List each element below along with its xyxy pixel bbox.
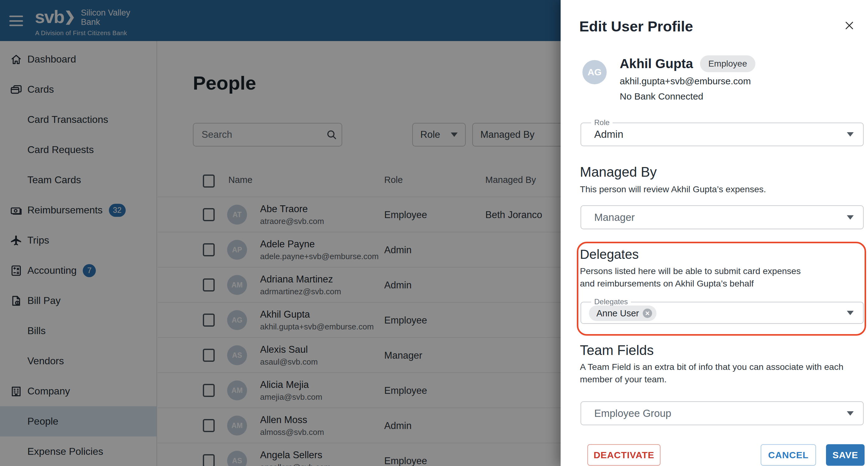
chevron-down-icon <box>847 411 854 415</box>
deactivate-button[interactable]: DEACTIVATE <box>587 444 660 466</box>
user-name: Akhil Gupta <box>620 56 693 71</box>
team-fields-heading: Team Fields <box>580 342 654 358</box>
delegates-heading: Delegates <box>580 247 639 262</box>
delegates-select[interactable]: Delegates Anne User ✕ <box>581 302 864 324</box>
role-select[interactable]: Role Admin <box>581 123 864 146</box>
team-fields-description: A Team Field is an extra bit of info tha… <box>580 361 844 385</box>
role-chip: Employee <box>700 55 756 72</box>
chevron-down-icon <box>847 311 854 315</box>
managed-by-description: This person will review Akhil Gupta’s ex… <box>580 183 847 195</box>
drawer-title: Edit User Profile <box>579 18 693 35</box>
field-label: Delegates <box>591 298 631 306</box>
remove-delegate-icon[interactable]: ✕ <box>643 309 652 318</box>
employee-group-select[interactable]: Employee Group <box>581 401 864 425</box>
app: { "colors": { "accent": "#2e76b5", "head… <box>0 0 868 466</box>
close-button[interactable] <box>841 18 858 34</box>
save-button[interactable]: SAVE <box>826 444 865 466</box>
close-icon <box>844 20 855 31</box>
chevron-down-icon <box>847 132 854 136</box>
bank-status: No Bank Connected <box>620 91 704 102</box>
user-email: akhil.gupta+svb@emburse.com <box>620 76 751 87</box>
cancel-button[interactable]: CANCEL <box>761 444 816 466</box>
edit-user-profile-drawer: Edit User Profile AG Akhil Gupta Employe… <box>561 0 868 466</box>
managed-by-heading: Managed By <box>580 164 657 180</box>
chevron-down-icon <box>847 215 854 220</box>
delegates-description: Persons listed here will be able to subm… <box>580 265 816 290</box>
manager-select[interactable]: Manager <box>581 205 864 229</box>
delegate-chip: Anne User ✕ <box>589 306 656 321</box>
avatar: AG <box>582 60 607 84</box>
